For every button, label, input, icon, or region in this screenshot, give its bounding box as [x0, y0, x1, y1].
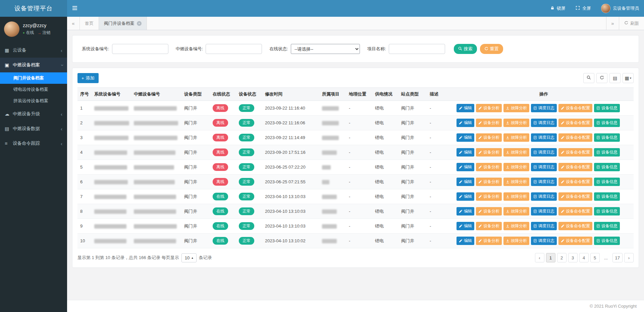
tab-refresh-button[interactable]: 刷新 — [619, 17, 644, 30]
tab-item[interactable]: 阀门井设备档案× — [99, 17, 147, 30]
device-command-config-button[interactable]: 设备命令配置 — [558, 119, 592, 127]
device-command-config-button[interactable]: 设备命令配置 — [558, 148, 592, 157]
dispatch-log-button[interactable]: 调度日志 — [531, 237, 557, 245]
dispatch-log-button[interactable]: 调度日志 — [531, 207, 557, 215]
sidebar-item-云设备[interactable]: ▦云设备‹ — [0, 43, 67, 58]
table-toggle-view-button[interactable]: ▤ — [609, 73, 621, 83]
device-info-button[interactable]: 设备信息 — [594, 192, 620, 201]
device-analysis-button[interactable]: 设备分析 — [476, 222, 502, 230]
edit-button[interactable]: 编辑 — [457, 178, 474, 186]
device-analysis-button[interactable]: 设备分析 — [476, 119, 502, 127]
cn-device-no-input[interactable] — [206, 44, 262, 54]
fullscreen-button[interactable]: 全屏 — [571, 0, 596, 17]
fault-analysis-button[interactable]: 故障分析 — [503, 148, 529, 157]
sidebar-toggle-button[interactable] — [67, 0, 83, 17]
device-command-config-button[interactable]: 设备命令配置 — [558, 178, 592, 186]
page-button-2[interactable]: 2 — [557, 253, 567, 262]
dispatch-log-button[interactable]: 调度日志 — [531, 222, 557, 230]
fault-analysis-button[interactable]: 故障分析 — [503, 237, 529, 245]
edit-button[interactable]: 编辑 — [457, 133, 474, 142]
edit-button[interactable]: 编辑 — [457, 222, 474, 230]
prev-page-button[interactable]: ‹ — [535, 253, 544, 262]
device-info-button[interactable]: 设备信息 — [594, 237, 620, 245]
online-status-select[interactable]: --请选择-- — [291, 44, 360, 54]
lock-screen-button[interactable]: 锁屏 — [545, 0, 571, 17]
device-info-button[interactable]: 设备信息 — [594, 207, 620, 215]
logout-link[interactable]: → 注销 — [37, 30, 50, 36]
device-info-button[interactable]: 设备信息 — [594, 104, 620, 112]
device-info-button[interactable]: 设备信息 — [594, 119, 620, 127]
device-analysis-button[interactable]: 设备分析 — [476, 192, 502, 201]
dispatch-log-button[interactable]: 调度日志 — [531, 178, 557, 186]
device-analysis-button[interactable]: 设备分析 — [476, 178, 502, 186]
tabs-scroll-right-button[interactable]: » — [606, 17, 619, 30]
dispatch-log-button[interactable]: 调度日志 — [531, 148, 557, 157]
device-command-config-button[interactable]: 设备命令配置 — [558, 104, 592, 112]
edit-button[interactable]: 编辑 — [457, 237, 474, 245]
fault-analysis-button[interactable]: 故障分析 — [503, 163, 529, 171]
search-button[interactable]: 搜索 — [454, 44, 477, 54]
device-command-config-button[interactable]: 设备命令配置 — [558, 192, 592, 201]
page-button-17[interactable]: 17 — [612, 253, 623, 262]
fault-analysis-button[interactable]: 故障分析 — [503, 207, 529, 215]
table-search-button[interactable] — [583, 73, 594, 83]
device-analysis-button[interactable]: 设备分析 — [476, 163, 502, 171]
close-tab-icon[interactable]: × — [137, 21, 142, 26]
sys-device-no-input[interactable] — [112, 44, 168, 54]
device-analysis-button[interactable]: 设备分析 — [476, 207, 502, 215]
dispatch-log-button[interactable]: 调度日志 — [531, 133, 557, 142]
sidebar-subitem-阀门井设备档案[interactable]: 阀门井设备档案 — [0, 72, 67, 84]
device-command-config-button[interactable]: 设备命令配置 — [558, 163, 592, 171]
edit-button[interactable]: 编辑 — [457, 192, 474, 201]
sidebar-item-设备命令跟踪[interactable]: ≡设备命令跟踪‹ — [0, 136, 67, 151]
device-command-config-button[interactable]: 设备命令配置 — [558, 222, 592, 230]
device-command-config-button[interactable]: 设备命令配置 — [558, 133, 592, 142]
page-button-4[interactable]: 4 — [579, 253, 589, 262]
fault-analysis-button[interactable]: 故障分析 — [503, 104, 529, 112]
table-refresh-button[interactable] — [596, 73, 607, 83]
page-button-5[interactable]: 5 — [590, 253, 600, 262]
edit-button[interactable]: 编辑 — [457, 119, 474, 127]
device-analysis-button[interactable]: 设备分析 — [476, 237, 502, 245]
device-command-config-button[interactable]: 设备命令配置 — [558, 237, 592, 245]
device-analysis-button[interactable]: 设备分析 — [476, 148, 502, 157]
edit-button[interactable]: 编辑 — [457, 148, 474, 157]
page-button-3[interactable]: 3 — [568, 253, 578, 262]
project-name-input[interactable] — [389, 44, 445, 54]
device-analysis-button[interactable]: 设备分析 — [476, 133, 502, 142]
sidebar-subitem-拼装远传设备档案[interactable]: 拼装远传设备档案 — [0, 95, 67, 107]
device-info-button[interactable]: 设备信息 — [594, 178, 620, 186]
dispatch-log-button[interactable]: 调度日志 — [531, 192, 557, 201]
sidebar-item-中燃设备档案[interactable]: ▣中燃设备档案‹ — [0, 58, 67, 72]
fault-analysis-button[interactable]: 故障分析 — [503, 133, 529, 142]
device-info-button[interactable]: 设备信息 — [594, 222, 620, 230]
next-page-button[interactable]: › — [624, 253, 634, 262]
device-analysis-button[interactable]: 设备分析 — [476, 104, 502, 112]
reset-button[interactable]: 重置 — [480, 44, 503, 54]
user-menu[interactable]: 云设备管理员 — [596, 0, 644, 17]
tab-item[interactable]: 首页 — [80, 17, 99, 30]
page-size-select[interactable]: 10 ▴ — [181, 253, 197, 262]
dispatch-log-button[interactable]: 调度日志 — [531, 119, 557, 127]
fault-analysis-button[interactable]: 故障分析 — [503, 178, 529, 186]
tabs-scroll-left-button[interactable]: « — [67, 17, 80, 30]
sidebar-item-中燃设备数据[interactable]: ▤中燃设备数据‹ — [0, 121, 67, 136]
sidebar-avatar[interactable] — [4, 21, 19, 37]
dispatch-log-button[interactable]: 调度日志 — [531, 104, 557, 112]
table-columns-button[interactable]: ▦ ▾ — [623, 73, 634, 83]
app-logo[interactable]: 设备管理平台 — [0, 0, 67, 17]
device-command-config-button[interactable]: 设备命令配置 — [558, 207, 592, 215]
device-info-button[interactable]: 设备信息 — [594, 148, 620, 157]
dispatch-log-button[interactable]: 调度日志 — [531, 163, 557, 171]
sidebar-subitem-锂电远传设备档案[interactable]: 锂电远传设备档案 — [0, 84, 67, 95]
edit-button[interactable]: 编辑 — [457, 163, 474, 171]
edit-button[interactable]: 编辑 — [457, 104, 474, 112]
fault-analysis-button[interactable]: 故障分析 — [503, 222, 529, 230]
device-info-button[interactable]: 设备信息 — [594, 163, 620, 171]
edit-button[interactable]: 编辑 — [457, 207, 474, 215]
page-button-1[interactable]: 1 — [546, 253, 555, 262]
sidebar-item-中燃设备升级[interactable]: ☁中燃设备升级‹ — [0, 107, 67, 121]
add-button[interactable]: + 添加 — [77, 73, 99, 83]
fault-analysis-button[interactable]: 故障分析 — [503, 119, 529, 127]
device-info-button[interactable]: 设备信息 — [594, 133, 620, 142]
